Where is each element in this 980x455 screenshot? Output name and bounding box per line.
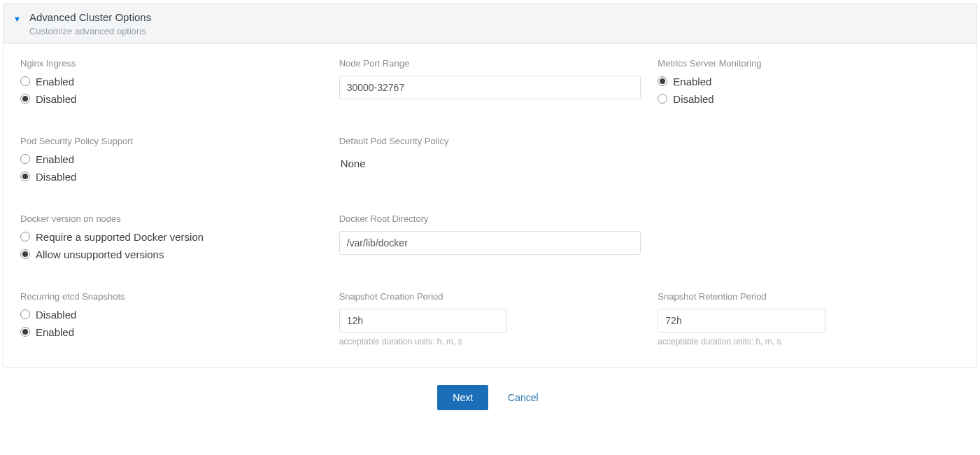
radio-label: Disabled [36,309,76,321]
docker-require-radio[interactable]: Require a supported Docker version [20,231,322,243]
docker-root-group: Docker Root Directory [339,214,641,266]
snapshot-retention-label: Snapshot Retention Period [658,291,960,302]
pod-security-group: Pod Security Policy Support Enabled Disa… [20,136,322,188]
pod-security-label: Pod Security Policy Support [20,136,322,146]
nginx-ingress-disabled-radio[interactable]: Disabled [20,93,322,105]
etcd-snapshots-label: Recurring etcd Snapshots [20,291,322,302]
radio-label: Require a supported Docker version [36,231,204,243]
pod-security-enabled-radio[interactable]: Enabled [20,153,322,165]
panel-body: Nginx Ingress Enabled Disabled Node Port… [3,44,977,368]
etcd-enabled-radio[interactable]: Enabled [20,326,322,338]
collapse-caret-icon[interactable]: ▼ [13,15,21,23]
docker-allow-radio[interactable]: Allow unsupported versions [20,248,322,260]
metrics-disabled-radio[interactable]: Disabled [658,93,960,105]
panel-header: ▼ Advanced Cluster Options Customize adv… [3,4,977,44]
radio-label: Enabled [36,76,74,88]
etcd-snapshots-group: Recurring etcd Snapshots Disabled Enable… [20,291,322,346]
default-pod-security-value: None [339,153,641,174]
etcd-disabled-radio[interactable]: Disabled [20,309,322,321]
docker-version-group: Docker version on nodes Require a suppor… [20,214,322,266]
metrics-server-label: Metrics Server Monitoring [658,58,960,69]
default-pod-security-group: Default Pod Security Policy None [339,136,641,188]
snapshot-creation-hint: acceptable duration units: h, m, s [339,337,641,346]
snapshot-retention-group: Snapshot Retention Period acceptable dur… [658,291,960,346]
radio-label: Disabled [36,93,76,105]
advanced-options-panel: ▼ Advanced Cluster Options Customize adv… [3,3,977,368]
radio-icon [20,94,30,104]
cancel-button[interactable]: Cancel [504,391,543,404]
radio-label: Enabled [36,153,74,165]
pod-security-disabled-radio[interactable]: Disabled [20,171,322,183]
docker-root-input[interactable] [339,231,641,255]
radio-icon [658,94,667,104]
snapshot-retention-hint: acceptable duration units: h, m, s [658,337,960,346]
nginx-ingress-group: Nginx Ingress Enabled Disabled [20,58,322,111]
panel-subtitle: Customize advanced options [29,26,151,36]
docker-version-label: Docker version on nodes [20,214,322,224]
snapshot-creation-group: Snapshot Creation Period acceptable dura… [339,291,641,346]
radio-icon [658,76,667,86]
radio-icon [20,249,30,259]
panel-title: Advanced Cluster Options [29,10,151,24]
metrics-enabled-radio[interactable]: Enabled [658,76,960,88]
radio-label: Enabled [673,76,711,88]
empty-cell [658,136,960,188]
radio-icon [20,327,30,337]
nginx-ingress-enabled-radio[interactable]: Enabled [20,76,322,88]
snapshot-creation-label: Snapshot Creation Period [339,291,641,302]
radio-icon [20,232,30,241]
radio-label: Allow unsupported versions [36,248,164,260]
footer-actions: Next Cancel [0,368,980,419]
snapshot-creation-input[interactable] [339,309,507,332]
nginx-ingress-label: Nginx Ingress [20,58,322,69]
metrics-server-group: Metrics Server Monitoring Enabled Disabl… [658,58,960,111]
radio-icon [20,154,30,164]
radio-icon [20,309,30,319]
docker-root-label: Docker Root Directory [339,214,641,224]
next-button[interactable]: Next [437,385,488,410]
snapshot-retention-input[interactable] [658,309,825,332]
radio-label: Enabled [36,326,74,338]
radio-icon [20,172,30,181]
node-port-range-label: Node Port Range [339,58,641,69]
default-pod-security-label: Default Pod Security Policy [339,136,641,146]
radio-icon [20,76,30,86]
radio-label: Disabled [36,171,76,183]
empty-cell [658,214,960,266]
node-port-range-input[interactable] [339,76,641,99]
node-port-range-group: Node Port Range [339,58,641,111]
radio-label: Disabled [673,93,713,105]
